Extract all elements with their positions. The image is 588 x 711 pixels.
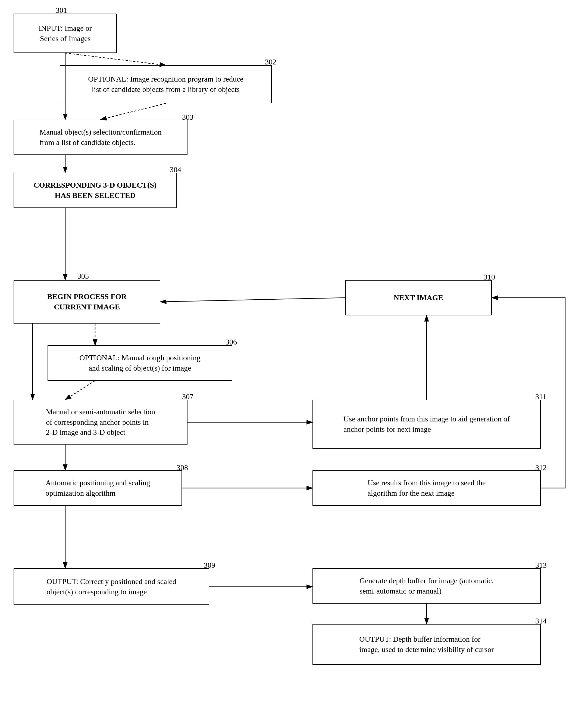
node-311: Use anchor points from this image to aid… xyxy=(313,400,541,449)
node-313-text: Generate depth buffer for image (automat… xyxy=(360,576,494,596)
label-301: 301 xyxy=(56,6,67,15)
node-308: Automatic positioning and scaling optimi… xyxy=(14,470,182,506)
node-314-text: OUTPUT: Depth buffer information for ima… xyxy=(359,634,494,655)
flowchart-container: INPUT: Image or Series of Images 301 OPT… xyxy=(0,0,588,711)
node-305: BEGIN PROCESS FOR CURRENT IMAGE xyxy=(14,280,160,324)
label-308: 308 xyxy=(177,463,188,472)
node-301: INPUT: Image or Series of Images xyxy=(14,14,117,53)
arrow-310-305 xyxy=(160,298,345,302)
node-307: Manual or semi-automatic selection of co… xyxy=(14,400,187,445)
label-311: 311 xyxy=(535,392,546,401)
arrow-306-307 xyxy=(65,381,95,400)
node-303-text: Manual object(s) selection/confirmation … xyxy=(39,127,161,148)
node-312: Use results from this image to seed the … xyxy=(313,470,541,506)
node-313: Generate depth buffer for image (automat… xyxy=(313,568,541,604)
label-310: 310 xyxy=(484,273,495,281)
node-306: OPTIONAL: Manual rough positioning and s… xyxy=(48,345,232,381)
node-304: CORRESPONDING 3-D OBJECT(S) HAS BEEN SEL… xyxy=(14,173,177,208)
label-312: 312 xyxy=(535,463,547,472)
node-312-text: Use results from this image to seed the … xyxy=(368,478,486,498)
node-308-text: Automatic positioning and scaling optimi… xyxy=(46,478,150,498)
node-305-text: BEGIN PROCESS FOR CURRENT IMAGE xyxy=(47,292,127,312)
node-302: OPTIONAL: Image recognition program to r… xyxy=(60,65,272,103)
node-301-text: INPUT: Image or Series of Images xyxy=(39,23,92,44)
label-314: 314 xyxy=(535,617,547,625)
label-305: 305 xyxy=(77,272,89,281)
node-311-text: Use anchor points from this image to aid… xyxy=(343,414,510,434)
label-304: 304 xyxy=(170,165,181,174)
node-314: OUTPUT: Depth buffer information for ima… xyxy=(313,624,541,665)
node-307-text: Manual or semi-automatic selection of co… xyxy=(46,407,155,437)
node-309-text: OUTPUT: Correctly positioned and scaled … xyxy=(46,576,176,597)
node-302-text: OPTIONAL: Image recognition program to r… xyxy=(88,74,243,94)
node-304-text: CORRESPONDING 3-D OBJECT(S) HAS BEEN SEL… xyxy=(34,180,157,201)
arrow-302-303 xyxy=(100,103,166,120)
label-313: 313 xyxy=(535,561,547,569)
label-303: 303 xyxy=(182,113,194,122)
label-302: 302 xyxy=(265,58,276,66)
label-307: 307 xyxy=(182,392,194,401)
node-310-text: NEXT IMAGE xyxy=(394,293,443,303)
arrow-312-310-loop xyxy=(492,298,565,488)
node-306-text: OPTIONAL: Manual rough positioning and s… xyxy=(80,353,201,373)
arrow-301-302 xyxy=(65,53,166,65)
node-303: Manual object(s) selection/confirmation … xyxy=(14,120,187,155)
node-309: OUTPUT: Correctly positioned and scaled … xyxy=(14,568,209,605)
node-310: NEXT IMAGE xyxy=(345,280,492,316)
label-309: 309 xyxy=(204,561,215,569)
label-306: 306 xyxy=(226,338,237,346)
